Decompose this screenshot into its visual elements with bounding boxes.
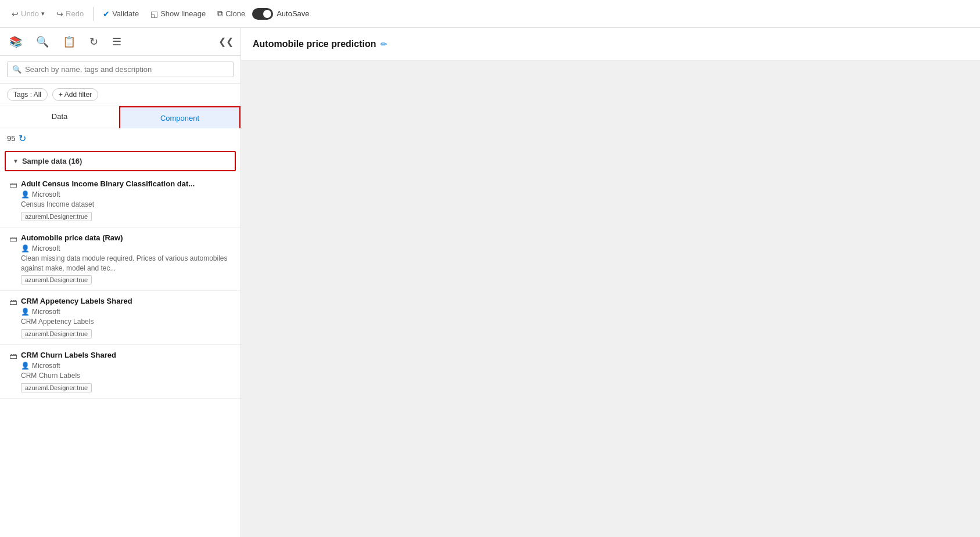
filter-bar: Tags : All + Add filter [0, 84, 240, 106]
clone-button[interactable]: ⧉ Clone [213, 6, 250, 21]
item-author: Microsoft [32, 362, 60, 370]
item-author: Microsoft [32, 244, 60, 253]
tab-data[interactable]: Data [0, 106, 119, 128]
dataset-icon: 🗃 [9, 351, 17, 361]
dataset-icon: 🗃 [9, 180, 17, 189]
item-count: 95 [7, 134, 15, 143]
show-lineage-button[interactable]: ◱ Show lineage [146, 7, 210, 21]
list-item[interactable]: 🗃 Automobile price data (Raw) 👤 Microsof… [0, 228, 240, 291]
list-item[interactable]: 🗃 CRM Churn Labels Shared 👤 Microsoft CR… [0, 345, 240, 399]
section-label: Sample data (16) [22, 157, 82, 165]
undo-icon: ↩ [12, 9, 19, 19]
item-tag: azureml.Designer:true [21, 383, 92, 392]
sidebar-icon-bar: 📚 🔍 📋 ↻ ☰ ❮❮ [0, 28, 240, 56]
sample-data-section-header[interactable]: ▼ Sample data (16) [5, 151, 236, 171]
list-nav-button[interactable]: ☰ [110, 33, 124, 51]
clone-icon: ⧉ [217, 9, 223, 19]
dataset-icon: 🗃 [9, 297, 17, 307]
dataset-icon: 🗃 [9, 234, 17, 243]
list-item[interactable]: 🗃 Adult Census Income Binary Classificat… [0, 174, 240, 228]
section-chevron-icon: ▼ [13, 158, 19, 164]
item-title: CRM Appetency Labels Shared [21, 297, 132, 305]
item-author-row: 👤 Microsoft [21, 244, 234, 253]
redo-icon: ↪ [56, 9, 63, 19]
item-description: Census Income dataset [21, 200, 234, 210]
item-tag: azureml.Designer:true [21, 329, 92, 338]
search-container: 🔍 [0, 56, 240, 84]
edit-title-icon[interactable]: ✏ [380, 39, 387, 49]
item-author: Microsoft [32, 190, 60, 199]
sidebar: 📚 🔍 📋 ↻ ☰ ❮❮ 🔍 Tags : All + Add filter D… [0, 28, 241, 537]
book-nav-button[interactable]: 📚 [7, 33, 24, 51]
item-description: Clean missing data module required. Pric… [21, 254, 234, 273]
item-title-row: 🗃 Automobile price data (Raw) [9, 233, 234, 243]
item-author-row: 👤 Microsoft [21, 362, 234, 370]
canvas-body[interactable] [241, 60, 980, 537]
item-title-row: 🗃 CRM Churn Labels Shared [9, 351, 234, 361]
list-item[interactable]: 🗃 CRM Appetency Labels Shared 👤 Microsof… [0, 291, 240, 345]
item-title: Adult Census Income Binary Classificatio… [21, 179, 195, 188]
count-row: 95 ↻ [0, 128, 240, 149]
item-title-row: 🗃 Adult Census Income Binary Classificat… [9, 179, 234, 189]
item-description: CRM Churn Labels [21, 371, 234, 381]
item-tag: azureml.Designer:true [21, 212, 92, 221]
search-icon: 🔍 [12, 65, 21, 74]
item-title: CRM Churn Labels Shared [21, 351, 116, 359]
item-author-row: 👤 Microsoft [21, 190, 234, 199]
main-area: 📚 🔍 📋 ↻ ☰ ❮❮ 🔍 Tags : All + Add filter D… [0, 28, 980, 537]
author-icon: 👤 [21, 362, 30, 370]
item-description: CRM Appetency Labels [21, 317, 234, 327]
sidebar-collapse-button[interactable]: ❮❮ [218, 36, 234, 47]
validate-icon: ✔ [103, 9, 110, 19]
search-nav-button[interactable]: 🔍 [34, 33, 51, 51]
tabs-row: Data Component [0, 106, 240, 128]
tab-component[interactable]: Component [119, 106, 240, 128]
table-nav-button[interactable]: 📋 [60, 33, 78, 51]
refresh-nav-button[interactable]: ↻ [87, 33, 100, 51]
item-author-row: 👤 Microsoft [21, 308, 234, 316]
canvas-area: Automobile price prediction ✏ [241, 28, 980, 537]
autosave-label: AutoSave [277, 9, 309, 18]
author-icon: 👤 [21, 308, 30, 316]
toolbar-separator-1 [93, 7, 94, 21]
item-author: Microsoft [32, 308, 60, 316]
author-icon: 👤 [21, 190, 30, 199]
search-box: 🔍 [7, 62, 234, 77]
undo-chevron-icon: ▾ [41, 10, 45, 17]
search-input[interactable] [25, 65, 228, 74]
autosave-switch[interactable] [252, 8, 273, 20]
item-title: Automobile price data (Raw) [21, 233, 123, 242]
lineage-icon: ◱ [150, 9, 158, 19]
autosave-toggle[interactable]: AutoSave [252, 8, 309, 20]
count-refresh-button[interactable]: ↻ [19, 133, 26, 144]
main-toolbar: ↩ Undo ▾ ↪ Redo ✔ Validate ◱ Show lineag… [0, 0, 980, 28]
item-title-row: 🗃 CRM Appetency Labels Shared [9, 297, 234, 307]
canvas-header: Automobile price prediction ✏ [241, 28, 980, 60]
item-tag: azureml.Designer:true [21, 275, 92, 284]
undo-button[interactable]: ↩ Undo ▾ [7, 7, 49, 21]
canvas-title: Automobile price prediction [253, 39, 376, 49]
redo-button[interactable]: ↪ Redo [52, 7, 88, 21]
author-icon: 👤 [21, 244, 30, 253]
add-filter-button[interactable]: + Add filter [52, 88, 98, 101]
list-container[interactable]: ▼ Sample data (16) 🗃 Adult Census Income… [0, 149, 240, 537]
validate-button[interactable]: ✔ Validate [98, 7, 143, 21]
tags-filter-chip[interactable]: Tags : All [7, 88, 48, 101]
